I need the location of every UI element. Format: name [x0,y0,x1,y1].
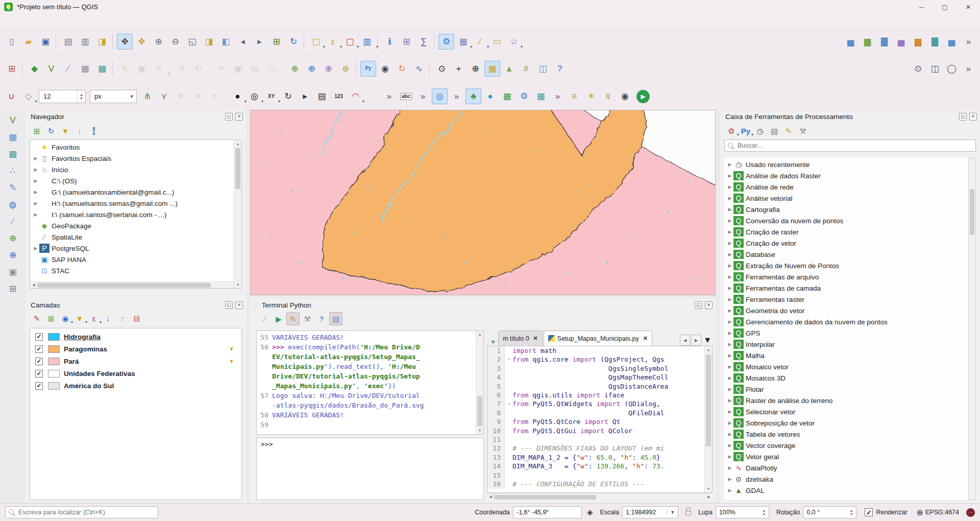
toolbar-button[interactable]: ✎ [782,124,795,137]
expander-icon[interactable]: ▶ [726,465,733,470]
close-panel-button[interactable]: ✕ [235,113,243,121]
toolbar-button[interactable]: ε [87,312,101,325]
toolbox-item[interactable]: ▶ ▲ GDAL [724,485,976,496]
toolbar-button[interactable]: abc [398,88,414,104]
toolbox-item[interactable]: ▶ Q Ferramentas raster [724,294,976,305]
toolbox-item[interactable]: ▶ Q Cartografia [724,204,976,215]
toolbar-button[interactable]: Py [739,124,752,137]
toolbar-button[interactable]: ☆ [506,34,522,50]
scroll-down-icon[interactable]: ▼ [705,485,712,492]
toolbar-button[interactable]: ▭ [489,34,505,50]
toolbar-button[interactable]: » [961,61,976,77]
expander-icon[interactable]: ▶ [726,409,733,414]
toolbar-button[interactable]: ↻ [280,88,296,104]
expander-icon[interactable]: ▶ [726,297,733,302]
expander-icon[interactable]: ▶ [726,218,733,223]
toolbar-button[interactable]: ⊖ [167,34,183,50]
toolbar-button[interactable]: ∕ [5,214,21,229]
browser-item[interactable]: ▶ ∕ SpatiaLite [30,231,241,243]
toolbar-button[interactable]: ⊞ [268,34,284,50]
toolbox-item[interactable]: ▶ Q GPS [724,327,976,339]
float-panel-button[interactable]: ◱ [225,113,233,121]
toolbar-button[interactable]: ✕ [190,88,206,104]
toolbox-item[interactable]: ▶ Q Tabela de vetores [724,429,976,440]
toolbox-item[interactable]: ▶ Q Raster de análise do terreno [724,395,976,406]
toolbar-button[interactable]: ✎ [5,180,21,196]
toolbar-button[interactable]: ◎ [432,88,448,104]
toolbar-button[interactable]: ↻ [394,61,410,77]
toolbox-item[interactable]: ▶ Q Malha [724,350,976,361]
toolbar-button[interactable]: ◠ [348,88,363,104]
toolbar-button[interactable]: ♣ [465,88,481,104]
toolbar-button[interactable]: ▤ [247,61,263,77]
menu-item[interactable] [5,19,15,24]
toolbar-button[interactable]: ▦ [77,61,93,77]
toolbox-item[interactable]: ▶ Q Geometria do vetor [724,305,976,316]
toolbar-button[interactable]: ⚒ [796,124,810,137]
toolbar-button[interactable]: ↻ [285,34,304,50]
scroll-up-icon[interactable]: ▲ [234,140,241,147]
expander-icon[interactable]: ▶ [726,252,733,257]
toolbar-button[interactable]: ▅ [893,34,909,50]
toolbar-button[interactable]: ▢ [342,34,358,50]
expander-icon[interactable]: ▶ [726,184,733,190]
toolbar-button[interactable]: ▶ [272,312,285,325]
toolbar-button[interactable]: ✕ [173,88,189,104]
toolbar-button[interactable]: ◷ [753,124,767,137]
expander-icon[interactable]: ▶ [32,212,39,217]
toolbar-button[interactable]: ∕ [60,61,76,77]
toolbar-button[interactable]: ✂ [213,61,229,77]
expander-icon[interactable]: ▶ [726,196,733,201]
toolbar-button[interactable]: ▅ [843,34,859,50]
toolbar-button[interactable]: ≡ [567,88,582,104]
toolbox-item[interactable]: ▶ Q Ferramentas de arquivo [724,271,976,282]
toolbar-button[interactable]: ✎ [117,61,133,77]
expander-icon[interactable]: ▶ [726,173,733,178]
menu-item[interactable] [77,19,87,24]
toolbar-button[interactable]: ▤ [768,124,781,137]
toolbar-button[interactable]: ✎ [286,312,300,325]
toolbar-button[interactable]: ▩ [5,146,21,162]
toolbox-item[interactable]: ▶ Q Plotar [724,384,976,395]
close-panel-button[interactable]: ✕ [705,301,713,309]
chevron-down-icon[interactable]: ▼ [667,510,675,515]
toolbar-button[interactable]: ∴ [5,163,21,179]
toolbar-button[interactable]: ◨ [201,34,217,50]
expander-icon[interactable]: ▶ [726,263,733,268]
browser-item[interactable]: ▶ ★ Favoritos [30,141,241,153]
toolbox-item[interactable]: ▶ Q Análise de rede [724,181,976,193]
toolbox-item[interactable]: ▶ ⊙ dzetsaka [724,473,976,485]
toolbox-item[interactable]: ▶ Q Ferramentas de camada [724,282,976,294]
toolbar-button[interactable]: ▲ [501,61,517,77]
expander-icon[interactable]: ▶ [726,375,733,381]
browser-item[interactable]: ▶ H:\ (samuelsantos.semas@gmail.com ...) [30,198,241,209]
menu-item[interactable] [148,19,158,24]
toolbar-button[interactable]: ✥ [117,34,133,50]
browser-item[interactable]: ▶ G:\ (samuelsantosambiental@gmail.c...) [30,186,241,198]
toolbar-button[interactable]: 123 [331,88,347,104]
toolbar-button[interactable]: ☀ [583,88,599,104]
stepper-arrows-icon[interactable]: ▲▼ [77,90,85,103]
toolbar-button[interactable]: ⋎ [156,88,172,104]
browser-item[interactable]: ▶ ▣ SAP HANA [30,254,241,265]
layer-checkbox[interactable]: ✓ [35,345,43,353]
toolbar-button[interactable]: ▣ [37,34,56,50]
map-canvas[interactable] [250,110,716,295]
toolbar-button[interactable]: ◧ [218,34,234,50]
toolbar-button[interactable]: ◉ [59,312,72,325]
toolbar-button[interactable]: ε [325,34,341,50]
toolbar-button[interactable]: » [550,88,566,104]
toolbar-button[interactable]: i [87,124,101,137]
toolbox-item[interactable]: ▶ ◷ Usado recentemente [724,159,976,170]
toolbar-button[interactable]: ↻ [44,124,58,137]
coordinate-box[interactable]: -1,6° -45,9° [513,506,582,518]
close-tab-icon[interactable]: ✕ [533,335,538,342]
expander-icon[interactable]: ▶ [726,353,733,358]
toolbar-button[interactable]: ⊞ [44,312,58,325]
toolbar-button[interactable]: ⊕ [287,61,303,77]
toolbar-button[interactable]: ⊕ [321,61,336,77]
expander-icon[interactable]: ▶ [32,201,39,206]
menu-item[interactable] [87,19,97,24]
menu-item[interactable] [128,19,138,24]
layer-label[interactable]: Paragominas [64,345,107,353]
